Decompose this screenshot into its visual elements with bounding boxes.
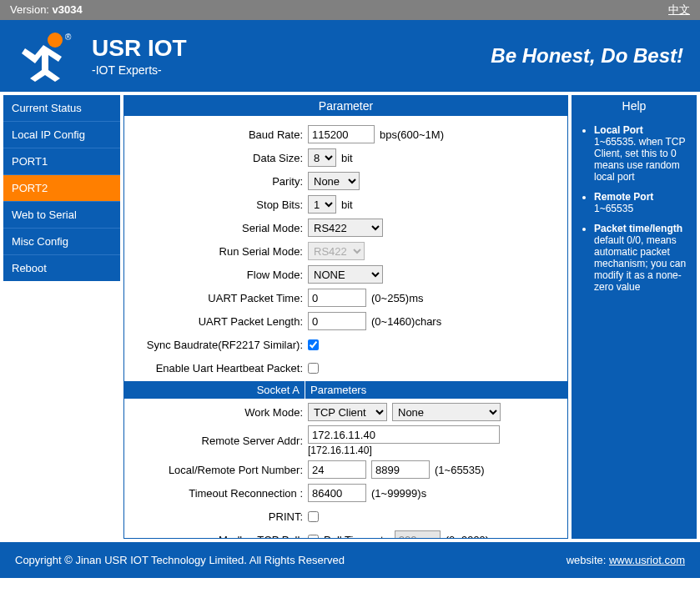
uart-time-input[interactable] [308,289,366,307]
timeout-input[interactable] [308,484,366,502]
uart-hb-checkbox[interactable] [308,363,319,374]
data-size-select[interactable]: 8 [308,148,336,167]
nav-item-port1[interactable]: PORT1 [3,148,120,175]
run-serial-mode-label: Run Serial Mode: [133,245,308,258]
nav-item-reboot[interactable]: Reboot [3,255,120,281]
modbus-label: ModbusTCP Poll: [133,534,308,539]
sync-baud-checkbox[interactable] [308,339,319,350]
uart-len-unit: (0~1460)chars [371,315,441,328]
uart-len-input[interactable] [308,312,366,330]
parity-select[interactable]: None [308,172,360,190]
baud-rate-label: Baud Rate: [133,128,308,141]
help-item: Packet time/lengthdefault 0/0, means aut… [594,223,689,293]
brand-tagline: -IOT Experts- [92,63,187,77]
website-link[interactable]: www.usriot.com [609,554,685,566]
sync-baud-label: Sync Baudrate(RF2217 Similar): [133,339,308,351]
version-label: Version: [10,3,49,16]
stop-bits-select[interactable]: 1 [308,195,336,214]
stop-bits-unit: bit [341,199,353,211]
parity-label: Parity: [133,175,308,188]
slogan: Be Honest, Do Best! [491,44,683,68]
baud-rate-input[interactable] [308,125,375,143]
poll-timeout-unit: (0~9999) ms [446,534,506,539]
data-size-unit: bit [341,152,353,164]
print-checkbox[interactable] [308,511,319,522]
ports-label: Local/Remote Port Number: [133,464,308,476]
lang-link[interactable]: 中文 [668,0,690,20]
copyright: Copyright © Jinan USR IOT Technology Lim… [15,554,345,566]
serial-mode-select[interactable]: RS422 [308,219,383,237]
svg-point-0 [48,33,63,48]
uart-time-label: UART Packet Time: [133,292,308,304]
brand-title: USR IOT [92,35,187,62]
work-mode-select[interactable]: TCP Client [308,403,387,421]
help-item: Remote Port1~65535 [594,191,689,214]
data-size-label: Data Size: [133,152,308,164]
remote-addr-label: Remote Server Addr: [133,435,308,447]
work-mode-label: Work Mode: [133,406,308,419]
flow-mode-label: Flow Mode: [133,269,308,281]
run-serial-mode-select: RS422 [308,242,365,260]
nav-item-port2[interactable]: PORT2 [3,175,120,202]
uart-hb-label: Enable Uart Heartbeat Packet: [133,362,308,374]
version-value: v3034 [53,3,83,16]
print-label: PRINT: [133,510,308,523]
modbus-checkbox[interactable] [308,535,319,539]
poll-timeout-label: Poll Timeout : [324,534,390,539]
stop-bits-label: Stop Bits: [133,199,308,211]
brand-logo-icon: ® [17,30,77,82]
sidebar: Current StatusLocal IP ConfigPORT1PORT2W… [3,95,120,539]
work-mode-select2[interactable]: None [392,403,501,421]
content-title: Parameter [124,96,567,116]
nav-item-web-to-serial[interactable]: Web to Serial [3,202,120,229]
flow-mode-select[interactable]: NONE [308,265,383,284]
baud-rate-unit: bps(600~1M) [380,128,444,141]
remote-addr-input[interactable] [308,425,500,444]
uart-time-unit: (0~255)ms [371,292,424,304]
remote-addr-resolved: [172.16.11.40] [308,445,372,456]
website-label: website: [567,554,607,566]
local-port-input[interactable] [308,460,366,479]
help-panel: Help Local Port1~65535. when TCP Client,… [572,95,697,539]
help-item: Local Port1~65535. when TCP Client, set … [594,124,689,183]
content-panel: Parameter Baud Rate:bps(600~1M) Data Siz… [123,95,568,539]
uart-len-label: UART Packet Length: [133,315,308,328]
header: ® USR IOT -IOT Experts- Be Honest, Do Be… [0,20,700,92]
timeout-label: Timeout Reconnection : [133,487,308,500]
timeout-unit: (1~99999)s [371,487,426,500]
nav-item-current-status[interactable]: Current Status [3,95,120,122]
remote-port-input[interactable] [371,460,430,479]
ports-unit: (1~65535) [435,464,485,476]
serial-mode-label: Serial Mode: [133,222,308,234]
socket-a-header: Socket AParameters [124,381,567,399]
nav-item-misc-config[interactable]: Misc Config [3,229,120,255]
poll-timeout-input [395,530,441,538]
topbar: Version: v3034 中文 [0,0,700,20]
nav-item-local-ip-config[interactable]: Local IP Config [3,122,120,148]
help-title: Help [572,96,696,116]
footer: Copyright © Jinan USR IOT Technology Lim… [0,542,700,578]
svg-text:®: ® [65,33,72,42]
